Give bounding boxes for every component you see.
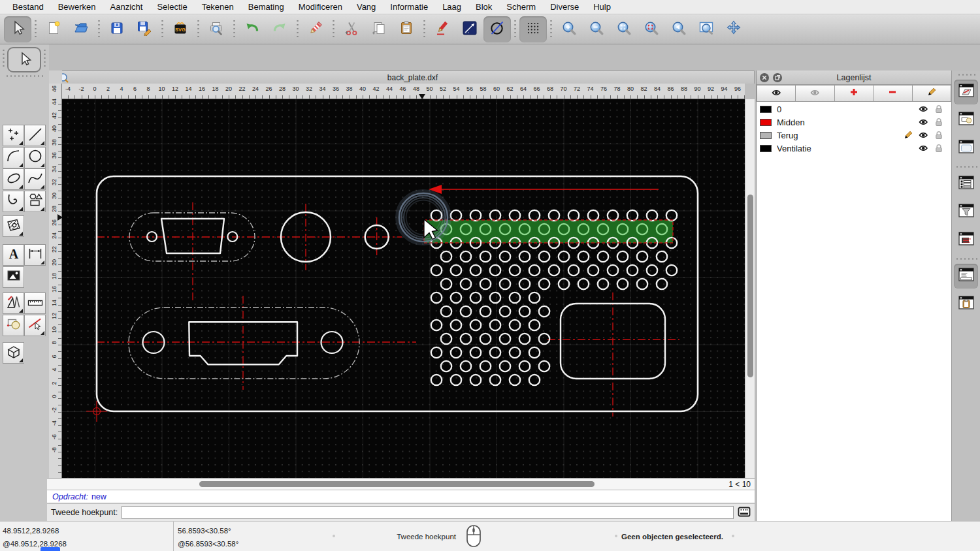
dock-list-window-button[interactable] [954,172,978,197]
zoom-pan-button[interactable] [720,16,747,42]
tool-line-button[interactable] [24,125,46,146]
vertical-scrollbar-thumb[interactable] [747,195,753,377]
layer-row-0[interactable]: 0 [757,102,951,116]
save-as-button[interactable] [131,16,158,42]
prompt-label: Tweede hoekpunt: [51,508,118,517]
palette-handle[interactable] [43,48,46,68]
svg-export-button[interactable]: SVG [167,16,194,42]
tool-hatch-button[interactable] [3,215,24,237]
vertical-scrollbar[interactable] [745,99,755,478]
dock-blocks-window-button[interactable] [954,108,978,133]
zoom-previous-button[interactable] [665,16,693,42]
draw-pencil-button[interactable] [429,16,456,42]
tool-measure-button[interactable] [24,292,46,314]
new-button[interactable] [40,16,67,42]
tool-image-button[interactable] [3,266,24,288]
pointer-button[interactable] [4,16,31,42]
menu-item-bemating[interactable]: Bemating [241,2,291,12]
layer-visibility-eye-icon[interactable] [917,118,929,126]
menu-item-bestand[interactable]: Bestand [5,2,51,12]
menu-item-bewerken[interactable]: Bewerken [51,2,103,12]
layer-tool-eye-dark-button[interactable] [757,85,796,102]
paste-button[interactable] [393,16,420,42]
dock-handle[interactable] [957,73,975,76]
line-tool-button[interactable] [456,16,483,42]
tool-box3d-button[interactable] [3,342,24,364]
menu-item-modificeren[interactable]: Modificeren [291,2,350,12]
layer-tool-eye-gray-button[interactable] [796,85,834,102]
menu-item-selectie[interactable]: Selectie [150,2,194,12]
layer-tool-plus-button[interactable] [835,85,874,102]
tool-ellipse-button[interactable] [3,168,24,190]
keyboard-toggle-button[interactable] [738,507,751,518]
zoom-window-button[interactable] [693,16,720,42]
menu-item-hulp[interactable]: Hulp [586,2,618,12]
layer-tool-minus-button[interactable] [874,85,912,102]
layer-visibility-eye-icon[interactable] [917,144,929,152]
layer-row-terug[interactable]: Terug [757,129,951,142]
layer-row-midden[interactable]: Midden [757,116,951,129]
tool-dimension-button[interactable] [24,244,46,266]
tool-text-button[interactable]: A [3,244,24,266]
palette-handle[interactable] [5,74,43,78]
dock-separator [955,257,977,260]
palette-handle[interactable] [2,48,5,68]
open-button[interactable] [67,16,95,42]
drawing-canvas[interactable] [62,99,745,478]
zoom-in-button[interactable] [555,16,583,42]
cut-button[interactable] [338,16,365,42]
menu-item-diverse[interactable]: Diverse [543,2,586,12]
tool-modify-button[interactable] [24,315,46,336]
zoom-auto-button[interactable] [610,16,638,42]
layer-tool-pencil-button[interactable] [913,85,951,102]
tool-draw-tools-button[interactable] [3,292,24,314]
grid-toggle-button[interactable] [519,16,547,42]
command-input[interactable] [122,506,734,519]
tool-points-button[interactable] [3,125,24,146]
zoom-out-button[interactable] [583,16,610,42]
horizontal-scrollbar-thumb[interactable] [199,481,595,487]
delete-button[interactable] [302,16,329,42]
float-icon[interactable] [772,72,783,83]
menu-item-scherm[interactable]: Scherm [499,2,543,12]
layer-lock-icon[interactable] [933,118,945,127]
dock-library-window-button[interactable] [954,136,978,161]
flyout-triangle [19,163,23,167]
redo-button[interactable] [266,16,293,42]
layer-lock-icon[interactable] [933,144,945,153]
dock-pen-window-button[interactable] [954,228,978,253]
tool-spline-button[interactable] [24,168,46,190]
menu-item-informatie[interactable]: Informatie [383,2,435,12]
dock-clipboard-window-button[interactable] [954,292,978,317]
close-icon[interactable] [759,72,770,83]
dock-command-window-button[interactable] [954,264,978,289]
tool-block-button[interactable] [3,315,24,336]
print-preview-button[interactable] [203,16,230,42]
save-button[interactable] [103,16,131,42]
selection-tool-button[interactable] [7,47,41,72]
menu-item-blok[interactable]: Blok [468,2,499,12]
layer-lock-icon[interactable] [933,104,945,114]
layer-lock-icon[interactable] [933,131,945,140]
menu-item-laag[interactable]: Laag [435,2,468,12]
layer-visibility-eye-icon[interactable] [917,105,929,113]
h-ruler-tick-label: 18 [212,86,218,92]
tool-shapes-button[interactable] [24,191,46,212]
menu-item-aanzicht[interactable]: Aanzicht [103,2,150,12]
menu-item-tekenen[interactable]: Tekenen [195,2,241,12]
zoom-selection-button[interactable] [638,16,665,42]
layer-row-ventilatie[interactable]: Ventilatie [757,142,951,155]
tool-polyline-button[interactable] [3,191,24,212]
h-ruler-tick-label: 30 [292,86,299,92]
copy-button[interactable] [365,16,393,42]
layer-visibility-eye-icon[interactable] [917,131,929,139]
tool-circle-button[interactable] [24,147,46,168]
undo-button[interactable] [238,16,266,42]
document-title-bar[interactable]: back_plate.dxf [57,71,755,84]
tool-arc-button[interactable] [3,147,24,168]
dock-filter-window-button[interactable] [954,200,978,225]
dock-layers-window-button[interactable] [954,80,978,104]
menu-item-vang[interactable]: Vang [350,2,383,12]
horizontal-scrollbar[interactable]: 1 < 10 [47,478,755,490]
circle-tool-button[interactable] [483,16,511,42]
